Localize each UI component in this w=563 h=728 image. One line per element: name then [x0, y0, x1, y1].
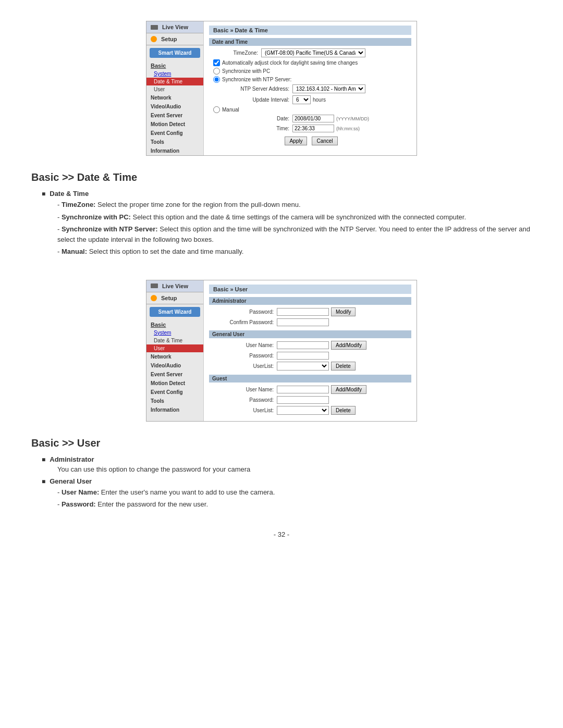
camera-icon-1: [151, 25, 158, 30]
guest-password-input[interactable]: [277, 396, 329, 404]
sidebar-videoaudio-1[interactable]: Video/Audio: [146, 102, 203, 111]
sync-ntp-label: Synchronize with NTP Server:: [222, 77, 291, 82]
manual-text: Select this option to set the date and t…: [87, 248, 243, 255]
section-date-time: Date and Time: [209, 38, 411, 46]
sidebar-smart-wizard-2[interactable]: Smart Wizard: [150, 307, 200, 317]
general-username-row: User Name: Add/Modify: [209, 341, 411, 350]
update-interval-select[interactable]: 6: [292, 95, 311, 104]
sidebar-live-view-1[interactable]: Live View: [146, 21, 203, 33]
guest-username-row: User Name: Add/Modify: [209, 385, 411, 394]
guest-userlist-select[interactable]: [277, 406, 329, 415]
delete-button[interactable]: Delete: [331, 362, 356, 371]
general-password-label: Password:: [209, 353, 277, 359]
sidebar-smart-wizard-1[interactable]: Smart Wizard: [150, 48, 200, 58]
live-view-label-2[interactable]: Live View: [162, 283, 188, 289]
modify-button[interactable]: Modify: [331, 307, 356, 316]
general-userlist-select[interactable]: [277, 362, 329, 371]
general-password-input[interactable]: [277, 352, 329, 360]
sidebar-setup-1[interactable]: Setup: [146, 33, 203, 45]
sync-pc-desc: Synchronize with PC: Select this option …: [57, 212, 532, 223]
sync-ntp-desc: Synchronize with NTP Server: Select this…: [57, 224, 532, 244]
sidebar-user-2[interactable]: User: [146, 344, 203, 352]
sidebar-network-1[interactable]: Network: [146, 93, 203, 102]
sidebar-eventserver-1[interactable]: Event Server: [146, 111, 203, 120]
camera-panel-datetime: Live View Setup Smart Wizard Basic Syste…: [146, 21, 417, 156]
general-username-label: User Name:: [209, 342, 277, 348]
cancel-button-datetime[interactable]: Cancel: [312, 137, 337, 145]
general-password-row: Password:: [209, 352, 411, 360]
general-userlist-label: UserList:: [209, 363, 277, 369]
bullet-datetime-label: Date & Time: [50, 190, 89, 198]
gear-icon-1: [151, 36, 157, 42]
manual-radio[interactable]: [213, 106, 220, 113]
sidebar-system-1[interactable]: System: [146, 70, 203, 78]
sidebar-videoaudio-2[interactable]: Video/Audio: [146, 361, 203, 370]
sidebar-user-1[interactable]: User: [146, 85, 203, 93]
username-text: Enter the user's name you want to add to…: [99, 488, 275, 496]
setup-label-1[interactable]: Setup: [161, 36, 177, 42]
guest-userlist-label: UserList:: [209, 408, 277, 413]
sidebar-eventconfig-2[interactable]: Event Config: [146, 388, 203, 397]
sidebar-datetime-2[interactable]: Date & Time: [146, 337, 203, 344]
manual-row: Manual: [209, 106, 411, 113]
sidebar-motiondetect-2[interactable]: Motion Detect: [146, 379, 203, 388]
sidebar-basic-1[interactable]: Basic: [146, 60, 203, 70]
general-username-input[interactable]: [277, 341, 329, 349]
guest-add-modify-button[interactable]: Add/Modify: [331, 385, 366, 394]
sidebar-network-2[interactable]: Network: [146, 352, 203, 361]
admin-password-row: Password: Modify: [209, 307, 411, 316]
time-format: (hh:mm:ss): [336, 126, 360, 131]
timezone-label: TimeZone:: [209, 50, 261, 56]
sidebar-panel2: Live View Setup Smart Wizard Basic Syste…: [146, 280, 204, 421]
admin-password-input[interactable]: [277, 308, 329, 316]
admin-desc-text: You can use this option to change the pa…: [57, 465, 250, 473]
gear-icon-2: [151, 295, 157, 301]
date-input[interactable]: [292, 115, 334, 122]
sync-ntp-bold: Synchronize with NTP Server:: [62, 225, 158, 233]
sync-pc-row: Synchronize with PC: [209, 68, 411, 75]
sidebar-eventconfig-1[interactable]: Event Config: [146, 129, 203, 138]
time-input[interactable]: [292, 125, 334, 132]
sidebar-setup-2[interactable]: Setup: [146, 292, 203, 304]
admin-confirm-row: Confirm Password:: [209, 318, 411, 326]
guest-username-input[interactable]: [277, 386, 329, 393]
manual-label: Manual: [222, 107, 239, 113]
datetime-button-row: Apply Cancel: [209, 137, 411, 145]
add-modify-button[interactable]: Add/Modify: [331, 341, 366, 350]
sidebar-tools-2[interactable]: Tools: [146, 397, 203, 405]
admin-confirm-input[interactable]: [277, 318, 329, 326]
general-user-section-header: General User: [209, 330, 411, 338]
sidebar-information-2[interactable]: Information: [146, 405, 203, 414]
sync-ntp-radio[interactable]: [213, 76, 220, 83]
sidebar-system-2[interactable]: System: [146, 329, 203, 337]
auto-adjust-checkbox[interactable]: [213, 59, 220, 66]
sidebar-information-1[interactable]: Information: [146, 146, 203, 155]
sidebar-tools-1[interactable]: Tools: [146, 138, 203, 146]
camera-icon-2: [151, 283, 158, 288]
live-view-label-1[interactable]: Live View: [162, 24, 188, 30]
sidebar-live-view-2[interactable]: Live View: [146, 280, 203, 292]
apply-button-datetime[interactable]: Apply: [285, 137, 307, 145]
timezone-text: Select the proper time zone for the regi…: [95, 201, 300, 208]
date-format: (YYYY/MM/DD): [336, 116, 369, 121]
timezone-row: TimeZone: (GMT-08:00) Pacific Time(US & …: [209, 48, 411, 57]
sidebar-motiondetect-1[interactable]: Motion Detect: [146, 120, 203, 129]
sync-pc-text: Select this option and the date & time s…: [131, 213, 466, 221]
ntp-address-select[interactable]: 132.163.4.102 - North America: [292, 84, 365, 93]
sidebar-panel1: Live View Setup Smart Wizard Basic Syste…: [146, 21, 204, 155]
sync-pc-radio[interactable]: [213, 68, 220, 75]
update-interval-row: Update Interval: 6 hours: [209, 95, 411, 104]
username-desc: User Name: Enter the user's name you wan…: [57, 487, 532, 498]
admin-password-label: Password:: [209, 309, 277, 315]
guest-delete-button[interactable]: Delete: [331, 406, 356, 415]
timezone-select[interactable]: (GMT-08:00) Pacific Time(US & Canada); T…: [261, 48, 365, 57]
sidebar-datetime-1[interactable]: Date & Time: [146, 78, 203, 85]
sync-pc-label: Synchronize with PC: [222, 68, 270, 74]
guest-section-header: Guest: [209, 375, 411, 382]
sidebar-eventserver-2[interactable]: Event Server: [146, 370, 203, 379]
setup-label-2[interactable]: Setup: [161, 295, 177, 301]
timezone-bold: TimeZone:: [62, 201, 96, 208]
sidebar-basic-2[interactable]: Basic: [146, 319, 203, 329]
manual-bold: Manual:: [62, 248, 87, 255]
section2-title: Basic >> User: [31, 437, 532, 449]
